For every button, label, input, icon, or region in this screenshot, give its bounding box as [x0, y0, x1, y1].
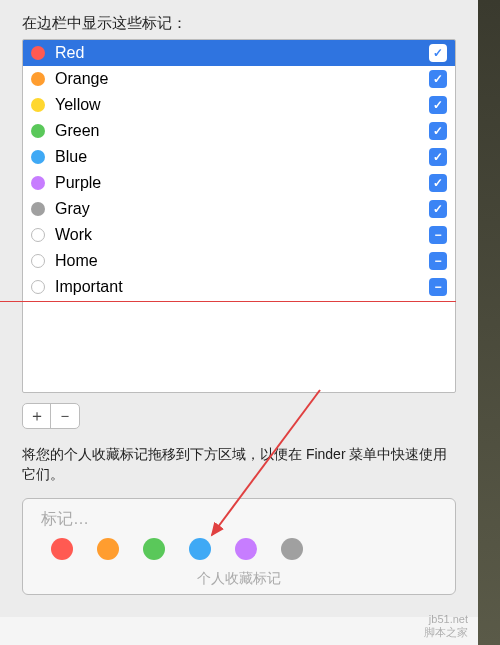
tag-checkbox[interactable]: ✓ — [429, 122, 447, 140]
favorite-tag-dots — [41, 538, 437, 560]
tag-checkbox[interactable]: ✓ — [429, 96, 447, 114]
tag-exclude-button[interactable]: − — [429, 252, 447, 270]
favorite-dot[interactable] — [143, 538, 165, 560]
tag-row[interactable]: Home− — [23, 248, 455, 274]
watermark: jb51.net 脚本之家 — [424, 613, 468, 639]
watermark-url: jb51.net — [424, 613, 468, 626]
favorites-label: 标记… — [41, 509, 437, 530]
tag-row[interactable]: Yellow✓ — [23, 92, 455, 118]
tag-color-dot — [31, 150, 45, 164]
tag-color-dot — [31, 46, 45, 60]
tag-checkbox[interactable]: ✓ — [429, 200, 447, 218]
tag-list[interactable]: Red✓Orange✓Yellow✓Green✓Blue✓Purple✓Gray… — [22, 39, 456, 393]
preferences-panel: 在边栏中显示这些标记： Red✓Orange✓Yellow✓Green✓Blue… — [0, 0, 478, 617]
background-strip — [478, 0, 500, 645]
watermark-text: 脚本之家 — [424, 626, 468, 639]
favorite-dot[interactable] — [189, 538, 211, 560]
tag-color-dot — [31, 228, 45, 242]
tag-color-dot — [31, 202, 45, 216]
favorite-dot[interactable] — [51, 538, 73, 560]
tag-row[interactable]: Important− — [23, 274, 455, 300]
tag-name-label: Blue — [55, 148, 429, 166]
tag-color-dot — [31, 280, 45, 294]
tag-name-label: Green — [55, 122, 429, 140]
tag-row[interactable]: Purple✓ — [23, 170, 455, 196]
tag-name-label: Red — [55, 44, 429, 62]
remove-tag-button[interactable]: － — [51, 404, 79, 428]
tag-row[interactable]: Red✓ — [23, 40, 455, 66]
tag-name-label: Home — [55, 252, 429, 270]
annotation-line — [0, 301, 456, 302]
tag-row[interactable]: Work− — [23, 222, 455, 248]
tag-name-label: Gray — [55, 200, 429, 218]
tag-color-dot — [31, 124, 45, 138]
tag-checkbox[interactable]: ✓ — [429, 148, 447, 166]
favorites-box[interactable]: 标记… 个人收藏标记 — [22, 498, 456, 595]
tag-name-label: Orange — [55, 70, 429, 88]
favorite-dot[interactable] — [281, 538, 303, 560]
tags-heading: 在边栏中显示这些标记： — [22, 14, 456, 33]
tag-row[interactable]: Gray✓ — [23, 196, 455, 222]
tag-exclude-button[interactable]: − — [429, 278, 447, 296]
tag-name-label: Purple — [55, 174, 429, 192]
tag-exclude-button[interactable]: − — [429, 226, 447, 244]
favorites-caption: 个人收藏标记 — [41, 570, 437, 588]
tag-color-dot — [31, 254, 45, 268]
tag-row[interactable]: Blue✓ — [23, 144, 455, 170]
tag-checkbox[interactable]: ✓ — [429, 70, 447, 88]
tag-name-label: Yellow — [55, 96, 429, 114]
add-remove-group: ＋ － — [22, 403, 80, 429]
tag-name-label: Important — [55, 278, 429, 296]
favorite-dot[interactable] — [97, 538, 119, 560]
tag-row[interactable]: Green✓ — [23, 118, 455, 144]
tag-color-dot — [31, 98, 45, 112]
tag-color-dot — [31, 176, 45, 190]
add-tag-button[interactable]: ＋ — [23, 404, 51, 428]
drag-hint-text: 将您的个人收藏标记拖移到下方区域，以便在 Finder 菜单中快速使用它们。 — [22, 445, 456, 484]
tag-row[interactable]: Orange✓ — [23, 66, 455, 92]
tag-checkbox[interactable]: ✓ — [429, 44, 447, 62]
tag-color-dot — [31, 72, 45, 86]
tag-checkbox[interactable]: ✓ — [429, 174, 447, 192]
tag-name-label: Work — [55, 226, 429, 244]
favorite-dot[interactable] — [235, 538, 257, 560]
